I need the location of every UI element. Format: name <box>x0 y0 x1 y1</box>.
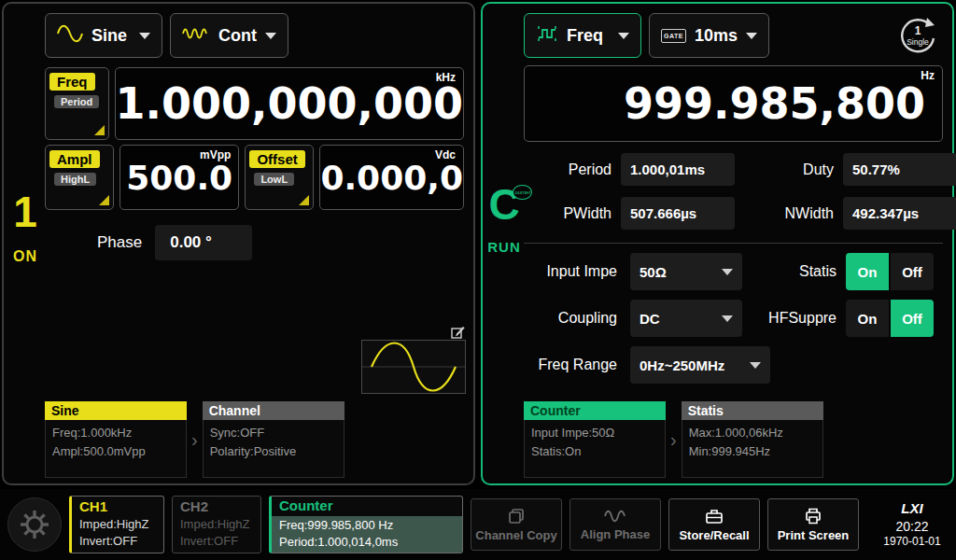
statis-toggle: On Off <box>846 253 934 290</box>
statis-group: Statis On Off <box>799 253 934 290</box>
sine-card-title: Sine <box>45 401 187 420</box>
instrument-screen: 1 ON Sine Cont <box>0 0 956 560</box>
ch2-status-card[interactable]: CH2 Imped:HighZ Invert:OFF <box>172 496 261 553</box>
offset-param-button[interactable]: Offset LowL <box>245 145 314 210</box>
input-impedance-select[interactable]: 50Ω <box>630 253 742 290</box>
statis-off-button[interactable]: Off <box>891 253 934 290</box>
counter-card-title: Counter <box>524 401 666 420</box>
print-screen-button[interactable]: Print Screen <box>767 498 859 551</box>
counter-info-card[interactable]: Counter Input Impe:50Ω Statis:On <box>524 401 666 478</box>
counter-logo: C ounter <box>488 183 519 226</box>
statis-on-button[interactable]: On <box>846 253 889 290</box>
freq-param-button[interactable]: Freq Period <box>45 67 109 140</box>
waveform-preview[interactable] <box>361 340 466 394</box>
counter-status-card[interactable]: Counter Freq:999.985,800 Hz Period:1.000… <box>269 496 463 553</box>
statis-label: Statis <box>799 263 836 280</box>
waveform-dropdown[interactable]: Sine <box>45 13 162 58</box>
ch1-status-imped: Imped:HighZ <box>79 516 156 533</box>
counter-status-body: Freq:999.985,800 Hz Period:1.000,014,0ms <box>272 516 462 553</box>
amplitude-unit: mVpp <box>200 148 231 161</box>
channel-info-card[interactable]: Channel Sync:OFF Polarity:Positive <box>203 401 344 478</box>
counter-run-badge: RUN <box>485 239 524 255</box>
bottom-bar: CH1 Imped:HighZ Invert:OFF CH2 Imped:Hig… <box>0 489 956 560</box>
hfsuppre-on-button[interactable]: On <box>846 300 889 337</box>
align-phase-button[interactable]: Align Phase <box>569 498 661 551</box>
coupling-row: Coupling DC HFSuppre On Off <box>524 300 943 337</box>
main-panels: 1 ON Sine Cont <box>2 2 954 485</box>
offset-display[interactable]: Vdc 0.000,0 <box>319 145 464 210</box>
sine-icon <box>57 24 83 47</box>
frequency-display[interactable]: kHz 1.000,000,000 <box>115 67 465 140</box>
ch1-status-invert: Invert:OFF <box>79 533 156 550</box>
align-phase-label: Align Phase <box>581 527 650 541</box>
edit-icon[interactable] <box>451 326 465 343</box>
coupling-value: DC <box>640 311 660 327</box>
duty-value: 50.77% <box>843 153 956 186</box>
phase-wave-icon <box>604 508 626 525</box>
counter-main-display: Hz 999.985,800 <box>524 65 943 142</box>
counter-mode-dropdown[interactable]: Freq <box>524 13 641 58</box>
store-recall-button[interactable]: Store/Recall <box>668 498 760 551</box>
counter-status-title: Counter <box>272 497 462 516</box>
single-count: 1 <box>915 25 921 36</box>
run-mode-dropdown[interactable]: Cont <box>170 13 288 58</box>
counter-main-unit: Hz <box>921 69 935 82</box>
phase-label: Phase <box>97 233 142 252</box>
storage-icon <box>705 507 724 525</box>
channel-copy-button[interactable]: Channel Copy <box>471 498 562 551</box>
ch1-status-card[interactable]: CH1 Imped:HighZ Invert:OFF <box>69 496 164 553</box>
statis-info-card[interactable]: Statis Max:1.000,06kHz Min:999.945Hz <box>682 401 823 478</box>
gate-time-value: 10ms <box>695 26 738 46</box>
input-impedance-label: Input Impe <box>524 263 617 280</box>
print-screen-label: Print Screen <box>778 528 850 542</box>
clock-time: 20:22 <box>876 518 949 535</box>
single-label: Single <box>907 38 929 47</box>
brand-logo[interactable] <box>7 497 62 552</box>
counter-info-strip: Counter Input Impe:50Ω Statis:On Statis … <box>524 401 947 478</box>
counter-status-period: Period:1.000,014,0ms <box>279 534 455 551</box>
counter-main-value: 999.985,800 <box>624 78 925 129</box>
freq-measure-icon <box>536 23 558 48</box>
chevron-right-icon <box>190 429 199 451</box>
period-alt-badge: Period <box>54 95 99 108</box>
freq-range-row: Freq Range 0Hz~250MHz <box>524 346 943 384</box>
freq-range-select[interactable]: 0Hz~250MHz <box>630 346 770 384</box>
freq-range-label: Freq Range <box>524 357 617 373</box>
gate-time-dropdown[interactable]: GATE 10ms <box>649 13 769 58</box>
input-impedance-row: Input Impe 50Ω Statis On Off <box>524 253 943 290</box>
offset-value: 0.000,0 <box>320 159 463 197</box>
coupling-select[interactable]: DC <box>630 300 742 337</box>
hfsuppre-group: HFSuppre On Off <box>768 300 934 337</box>
waveform-dropdown-label: Sine <box>91 26 127 46</box>
chevron-down-icon <box>265 33 276 39</box>
phase-input[interactable]: 0.00 ° <box>155 225 252 260</box>
frequency-unit: kHz <box>436 71 456 84</box>
sine-card-ampl: Ampl:500.0mVpp <box>52 442 179 461</box>
gate-icon: GATE <box>661 29 686 43</box>
continuous-wave-icon <box>182 26 210 45</box>
channel1-dropdown-row: Sine Cont <box>45 13 464 58</box>
amplitude-display[interactable]: mVpp 500.0 <box>120 145 239 210</box>
phase-row: Phase 0.00 ° <box>45 225 464 260</box>
channel-card-sync: Sync:OFF <box>210 424 337 442</box>
pwidth-value: 507.666µs <box>621 197 735 230</box>
hfsuppre-off-button[interactable]: Off <box>891 300 934 337</box>
single-trigger-button[interactable]: 1 Single <box>896 14 939 57</box>
fine-tune-icon <box>299 195 309 205</box>
counter-content: Freq GATE 10ms 1 <box>524 13 943 384</box>
channel1-info-strip: Sine Freq:1.000kHz Ampl:500.0mVpp Channe… <box>45 401 468 478</box>
lowlevel-alt-badge: LowL <box>254 173 294 186</box>
run-mode-dropdown-label: Cont <box>218 26 257 46</box>
lxi-logo: LXI <box>876 499 949 518</box>
ampl-param-button[interactable]: Ampl HighL <box>45 145 114 210</box>
sine-info-card[interactable]: Sine Freq:1.000kHz Ampl:500.0mVpp <box>45 401 187 478</box>
fine-tune-icon <box>94 125 105 135</box>
settings-divider <box>524 243 943 244</box>
counter-card-statis: Statis:On <box>531 442 658 461</box>
chevron-down-icon <box>750 362 761 369</box>
offset-param-label: Offset <box>249 150 304 168</box>
freq-param-label: Freq <box>49 73 95 91</box>
gear-icon <box>19 509 50 540</box>
amplitude-value: 500.0 <box>126 159 232 197</box>
frequency-value: 1.000,000,000 <box>116 78 464 129</box>
